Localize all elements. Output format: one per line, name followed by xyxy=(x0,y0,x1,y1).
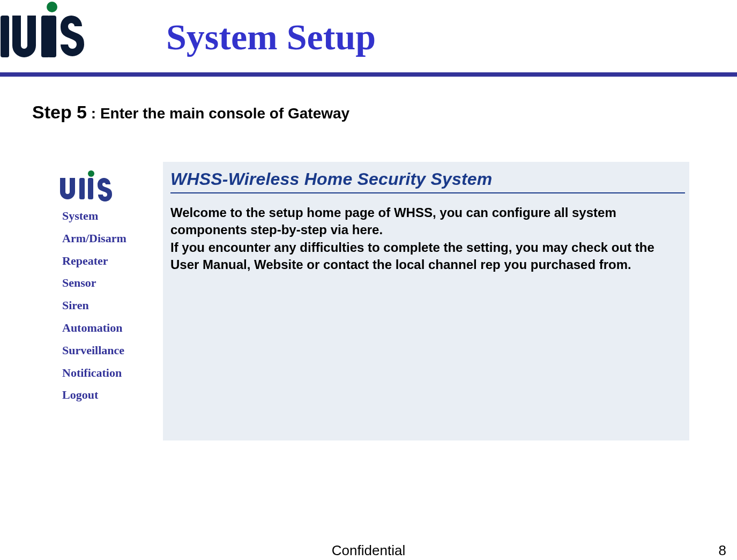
console-content-title: WHSS-Wireless Home Security System xyxy=(170,169,682,189)
nav-item-sensor[interactable]: Sensor xyxy=(62,272,160,294)
nav-item-automation[interactable]: Automation xyxy=(62,317,160,339)
slide-title: System Setup xyxy=(166,16,376,58)
console-content-panel: WHSS-Wireless Home Security System Welco… xyxy=(163,162,689,440)
slide-header: System Setup xyxy=(0,0,737,75)
footer-confidential: Confidential xyxy=(0,542,737,559)
svg-point-0 xyxy=(47,2,57,12)
console-content-body: Welcome to the setup home page of WHSS, … xyxy=(170,204,682,274)
step-sep: : xyxy=(87,105,100,122)
svg-point-4 xyxy=(88,170,94,177)
nav-item-siren[interactable]: Siren xyxy=(62,294,160,317)
header-divider xyxy=(0,72,737,77)
nav-item-notification[interactable]: Notification xyxy=(62,362,160,384)
console-sidebar: System Arm/Disarm Repeater Sensor Siren … xyxy=(53,162,160,406)
svg-rect-3 xyxy=(48,16,56,57)
console-title-underline xyxy=(170,192,685,193)
step-description: Enter the main console of Gateway xyxy=(100,105,349,122)
console-nav: System Arm/Disarm Repeater Sensor Siren … xyxy=(62,205,160,406)
console-uis-logo xyxy=(57,169,121,201)
footer-page-number: 8 xyxy=(719,542,726,559)
svg-rect-1 xyxy=(1,16,9,57)
step-heading: Step 5 : Enter the main console of Gatew… xyxy=(32,102,349,123)
svg-rect-6 xyxy=(88,178,93,199)
nav-item-repeater[interactable]: Repeater xyxy=(62,250,160,272)
step-label: Step 5 xyxy=(32,102,87,122)
gateway-console-screenshot: System Arm/Disarm Repeater Sensor Siren … xyxy=(53,162,689,446)
uis-logo xyxy=(0,0,87,64)
nav-item-logout[interactable]: Logout xyxy=(62,384,160,406)
nav-item-system[interactable]: System xyxy=(62,205,160,227)
nav-item-surveillance[interactable]: Surveillance xyxy=(62,339,160,362)
svg-rect-5 xyxy=(79,178,85,199)
nav-item-arm-disarm[interactable]: Arm/Disarm xyxy=(62,227,160,250)
